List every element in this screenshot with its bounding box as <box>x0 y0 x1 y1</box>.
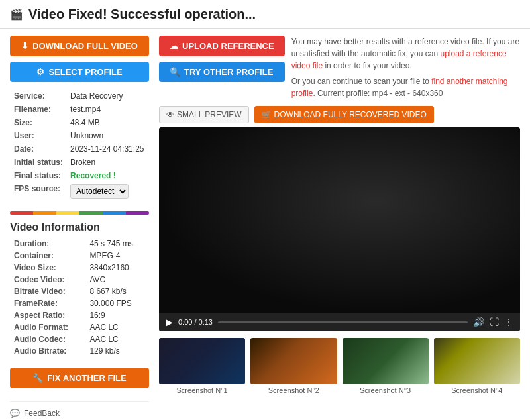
play-button[interactable]: ▶ <box>166 317 173 327</box>
fps-source-select[interactable]: Autodetect 23.976 25 29.97 30 <box>70 184 129 199</box>
color-bar <box>10 211 149 215</box>
more-options-icon[interactable]: ⋮ <box>504 317 513 327</box>
left-panel: ⬇ DOWNLOAD FULL VIDEO ⚙ SELECT PROFILE S… <box>10 36 149 420</box>
screenshot-label-3: Screenshot N°3 <box>343 386 429 394</box>
preview-bar: 👁 SMALL PREVIEW 🛒 DOWNLOAD FULLY RECOVER… <box>159 106 520 123</box>
feedback-section: 💬 FeedBack 👤 Contact us about your file … <box>10 401 149 420</box>
screenshot-thumb-2 <box>250 338 337 384</box>
file-info-table: Service:Data Recovery Filename:test.mp4 … <box>10 89 149 201</box>
main-content: ⬇ DOWNLOAD FULL VIDEO ⚙ SELECT PROFILE S… <box>0 29 530 420</box>
action-buttons: ☁ UPLOAD REFERENCE 🔍 TRY OTHER PROFILE <box>159 36 285 82</box>
screenshot-thumb-1 <box>159 338 245 384</box>
screenshot-2: Screenshot N°2 <box>250 338 337 394</box>
screenshot-label-4: Screenshot N°4 <box>434 386 520 394</box>
time-display: 0:00 / 0:13 <box>178 318 213 326</box>
video-dark-frame <box>159 127 520 313</box>
screenshot-label-1: Screenshot N°1 <box>159 386 245 394</box>
video-player: ▶ 0:00 / 0:13 🔊 ⛶ ⋮ <box>159 127 520 331</box>
action-row: ☁ UPLOAD REFERENCE 🔍 TRY OTHER PROFILE Y… <box>159 36 520 99</box>
screenshot-label-2: Screenshot N°2 <box>250 386 337 394</box>
video-frame <box>159 127 520 313</box>
page-title: Video Fixed! Successful operation... <box>28 7 256 22</box>
try-other-profile-button[interactable]: 🔍 TRY OTHER PROFILE <box>159 62 285 82</box>
video-info-title: Video Information <box>10 221 149 233</box>
screenshot-4: Screenshot N°4 <box>434 338 520 394</box>
info-text-block: You may have better results with a refer… <box>292 36 520 99</box>
eye-icon: 👁 <box>166 110 174 119</box>
small-preview-button[interactable]: 👁 SMALL PREVIEW <box>159 106 249 123</box>
download-full-video-button[interactable]: ⬇ DOWNLOAD FULL VIDEO <box>10 36 149 56</box>
volume-icon[interactable]: 🔊 <box>473 317 484 327</box>
screenshot-1: Screenshot N°1 <box>159 338 245 394</box>
screenshot-3: Screenshot N°3 <box>343 338 429 394</box>
video-icon: 🎬 <box>10 8 23 21</box>
download-recovered-button[interactable]: 🛒 DOWNLOAD FULLY RECOVERED VIDEO <box>254 106 434 123</box>
fullscreen-icon[interactable]: ⛶ <box>490 317 499 327</box>
feedback-item[interactable]: 💬 FeedBack <box>10 409 149 418</box>
profile-icon: ⚙ <box>36 67 44 77</box>
screenshot-thumb-4 <box>434 338 520 384</box>
select-profile-button[interactable]: ⚙ SELECT PROFILE <box>10 62 149 82</box>
upload-reference-button[interactable]: ☁ UPLOAD REFERENCE <box>159 36 285 56</box>
screenshot-thumb-3 <box>343 338 429 384</box>
search-icon: 🔍 <box>170 67 180 77</box>
download-icon: ⬇ <box>21 41 28 51</box>
feedback-icon: 💬 <box>10 409 20 418</box>
progress-bar[interactable] <box>218 321 468 323</box>
wrench-icon: 🔧 <box>32 373 43 383</box>
video-info-table: Duration:45 s 745 ms Container:MPEG-4 Vi… <box>10 237 149 358</box>
upload-icon: ☁ <box>170 41 178 51</box>
video-controls: ▶ 0:00 / 0:13 🔊 ⛶ ⋮ <box>159 313 520 331</box>
final-status-value: Recovered ! <box>68 170 148 182</box>
fix-another-file-button[interactable]: 🔧 FIX ANOTHER FILE <box>10 368 149 388</box>
right-panel: ☁ UPLOAD REFERENCE 🔍 TRY OTHER PROFILE Y… <box>159 36 520 420</box>
screenshots-row: Screenshot N°1 Screenshot N°2 Screenshot… <box>159 338 520 394</box>
cart-icon: 🛒 <box>262 110 272 119</box>
header: 🎬 Video Fixed! Successful operation... <box>0 0 530 29</box>
